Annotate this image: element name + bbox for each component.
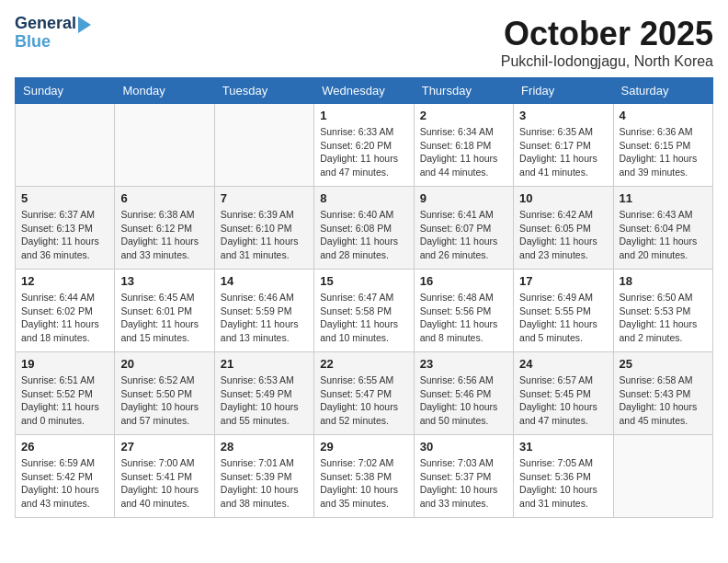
calendar-cell <box>115 104 214 187</box>
weekday-header: Saturday <box>613 78 712 104</box>
calendar-cell: 25Sunrise: 6:58 AMSunset: 5:43 PMDayligh… <box>613 352 712 435</box>
calendar-cell: 6Sunrise: 6:38 AMSunset: 6:12 PMDaylight… <box>115 187 214 270</box>
day-number: 16 <box>420 274 507 288</box>
day-info: Sunrise: 6:39 AMSunset: 6:10 PMDaylight:… <box>221 208 308 262</box>
day-number: 10 <box>519 191 607 205</box>
day-info: Sunrise: 6:55 AMSunset: 5:47 PMDaylight:… <box>320 373 407 428</box>
day-number: 2 <box>420 109 507 122</box>
week-row: 26Sunrise: 6:59 AMSunset: 5:42 PMDayligh… <box>16 435 713 518</box>
day-number: 5 <box>21 191 108 205</box>
day-info: Sunrise: 6:46 AMSunset: 5:59 PMDaylight:… <box>221 291 308 345</box>
calendar-cell: 11Sunrise: 6:43 AMSunset: 6:04 PMDayligh… <box>613 187 712 270</box>
calendar-cell: 8Sunrise: 6:40 AMSunset: 6:08 PMDaylight… <box>314 187 414 270</box>
calendar-cell <box>613 435 712 518</box>
day-number: 29 <box>320 440 407 454</box>
day-info: Sunrise: 6:40 AMSunset: 6:08 PMDaylight:… <box>320 208 407 262</box>
calendar-cell: 2Sunrise: 6:34 AMSunset: 6:18 PMDaylight… <box>414 104 513 187</box>
day-number: 8 <box>320 191 407 205</box>
calendar-cell: 29Sunrise: 7:02 AMSunset: 5:38 PMDayligh… <box>314 435 414 518</box>
calendar-cell: 18Sunrise: 6:50 AMSunset: 5:53 PMDayligh… <box>613 270 712 352</box>
day-number: 15 <box>320 274 407 288</box>
month-title: October 2025 <box>501 15 713 53</box>
calendar-cell: 24Sunrise: 6:57 AMSunset: 5:45 PMDayligh… <box>514 352 613 435</box>
calendar-table: SundayMondayTuesdayWednesdayThursdayFrid… <box>15 77 713 518</box>
weekday-header: Thursday <box>414 78 513 104</box>
day-number: 9 <box>420 191 507 205</box>
day-info: Sunrise: 7:03 AMSunset: 5:37 PMDaylight:… <box>420 456 507 511</box>
day-info: Sunrise: 6:51 AMSunset: 5:52 PMDaylight:… <box>21 373 108 428</box>
day-number: 13 <box>120 274 208 288</box>
calendar-cell: 21Sunrise: 6:53 AMSunset: 5:49 PMDayligh… <box>214 352 313 435</box>
day-info: Sunrise: 6:41 AMSunset: 6:07 PMDaylight:… <box>420 208 507 262</box>
calendar-cell: 14Sunrise: 6:46 AMSunset: 5:59 PMDayligh… <box>214 270 313 352</box>
weekday-header: Wednesday <box>314 78 414 104</box>
day-info: Sunrise: 6:53 AMSunset: 5:49 PMDaylight:… <box>221 373 308 428</box>
day-info: Sunrise: 6:37 AMSunset: 6:13 PMDaylight:… <box>21 208 108 262</box>
day-number: 1 <box>320 109 407 122</box>
title-block: October 2025 Pukchil-Iodongjagu, North K… <box>501 15 713 70</box>
day-info: Sunrise: 6:50 AMSunset: 5:53 PMDaylight:… <box>620 291 707 345</box>
day-info: Sunrise: 6:57 AMSunset: 5:45 PMDaylight:… <box>519 373 607 428</box>
calendar-cell <box>16 104 115 187</box>
location-text: Pukchil-Iodongjagu, North Korea <box>501 53 713 70</box>
day-number: 21 <box>221 357 308 371</box>
calendar-cell: 17Sunrise: 6:49 AMSunset: 5:55 PMDayligh… <box>514 270 613 352</box>
calendar-cell: 5Sunrise: 6:37 AMSunset: 6:13 PMDaylight… <box>16 187 115 270</box>
logo-arrow-icon <box>78 17 91 33</box>
day-number: 18 <box>620 274 707 288</box>
weekday-header: Sunday <box>16 78 115 104</box>
calendar-cell: 1Sunrise: 6:33 AMSunset: 6:20 PMDaylight… <box>314 104 414 187</box>
week-row: 12Sunrise: 6:44 AMSunset: 6:02 PMDayligh… <box>16 270 713 352</box>
day-info: Sunrise: 7:02 AMSunset: 5:38 PMDaylight:… <box>320 456 407 511</box>
day-number: 30 <box>420 440 507 454</box>
day-number: 3 <box>519 109 607 122</box>
logo-subtext: Blue <box>15 33 91 52</box>
day-number: 28 <box>221 440 308 454</box>
day-number: 14 <box>221 274 308 288</box>
calendar-cell: 26Sunrise: 6:59 AMSunset: 5:42 PMDayligh… <box>16 435 115 518</box>
day-info: Sunrise: 7:00 AMSunset: 5:41 PMDaylight:… <box>120 456 208 511</box>
calendar-cell <box>214 104 313 187</box>
day-number: 11 <box>620 191 707 205</box>
day-info: Sunrise: 6:44 AMSunset: 6:02 PMDaylight:… <box>21 291 108 345</box>
day-info: Sunrise: 6:58 AMSunset: 5:43 PMDaylight:… <box>620 373 707 428</box>
day-number: 7 <box>221 191 308 205</box>
page-header: General Blue October 2025 Pukchil-Iodong… <box>15 15 713 70</box>
week-row: 5Sunrise: 6:37 AMSunset: 6:13 PMDaylight… <box>16 187 713 270</box>
weekday-header: Friday <box>514 78 613 104</box>
calendar-cell: 23Sunrise: 6:56 AMSunset: 5:46 PMDayligh… <box>414 352 513 435</box>
calendar-cell: 30Sunrise: 7:03 AMSunset: 5:37 PMDayligh… <box>414 435 513 518</box>
weekday-header: Monday <box>115 78 214 104</box>
day-info: Sunrise: 6:34 AMSunset: 6:18 PMDaylight:… <box>420 125 507 179</box>
logo-text: General <box>15 15 76 33</box>
day-number: 4 <box>620 109 707 122</box>
day-info: Sunrise: 6:49 AMSunset: 5:55 PMDaylight:… <box>519 291 607 345</box>
day-info: Sunrise: 7:01 AMSunset: 5:39 PMDaylight:… <box>221 456 308 511</box>
day-info: Sunrise: 6:45 AMSunset: 6:01 PMDaylight:… <box>120 291 208 345</box>
day-number: 23 <box>420 357 507 371</box>
day-number: 12 <box>21 274 108 288</box>
day-info: Sunrise: 6:35 AMSunset: 6:17 PMDaylight:… <box>519 125 607 179</box>
day-info: Sunrise: 6:33 AMSunset: 6:20 PMDaylight:… <box>320 125 407 179</box>
day-info: Sunrise: 6:52 AMSunset: 5:50 PMDaylight:… <box>120 373 208 428</box>
day-info: Sunrise: 6:36 AMSunset: 6:15 PMDaylight:… <box>620 125 707 179</box>
day-info: Sunrise: 6:59 AMSunset: 5:42 PMDaylight:… <box>21 456 108 511</box>
calendar-cell: 19Sunrise: 6:51 AMSunset: 5:52 PMDayligh… <box>16 352 115 435</box>
day-info: Sunrise: 6:42 AMSunset: 6:05 PMDaylight:… <box>519 208 607 262</box>
week-row: 1Sunrise: 6:33 AMSunset: 6:20 PMDaylight… <box>16 104 713 187</box>
weekday-header: Tuesday <box>214 78 313 104</box>
day-info: Sunrise: 6:38 AMSunset: 6:12 PMDaylight:… <box>120 208 208 262</box>
logo: General Blue <box>15 15 91 52</box>
weekday-header-row: SundayMondayTuesdayWednesdayThursdayFrid… <box>16 78 713 104</box>
day-info: Sunrise: 6:48 AMSunset: 5:56 PMDaylight:… <box>420 291 507 345</box>
day-info: Sunrise: 6:43 AMSunset: 6:04 PMDaylight:… <box>620 208 707 262</box>
calendar-cell: 7Sunrise: 6:39 AMSunset: 6:10 PMDaylight… <box>214 187 313 270</box>
calendar-cell: 20Sunrise: 6:52 AMSunset: 5:50 PMDayligh… <box>115 352 214 435</box>
calendar-cell: 3Sunrise: 6:35 AMSunset: 6:17 PMDaylight… <box>514 104 613 187</box>
day-number: 6 <box>120 191 208 205</box>
day-number: 22 <box>320 357 407 371</box>
calendar-cell: 28Sunrise: 7:01 AMSunset: 5:39 PMDayligh… <box>214 435 313 518</box>
day-number: 25 <box>620 357 707 371</box>
day-number: 27 <box>120 440 208 454</box>
calendar-cell: 13Sunrise: 6:45 AMSunset: 6:01 PMDayligh… <box>115 270 214 352</box>
